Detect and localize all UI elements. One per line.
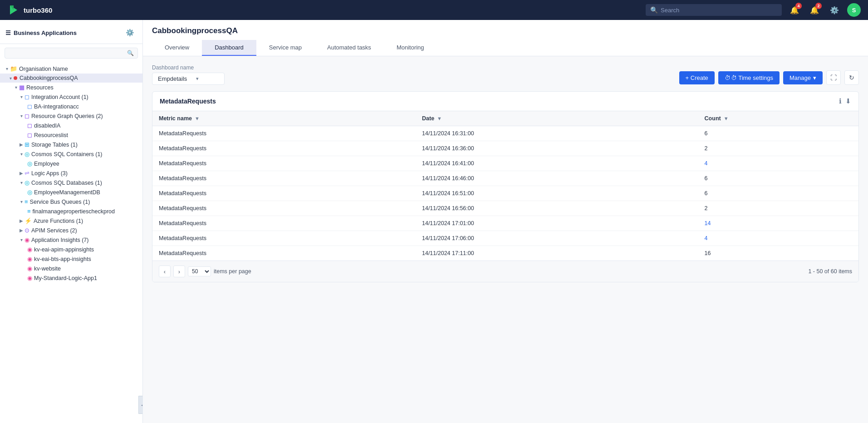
sidebar-item-storage-tables[interactable]: ▶ ⊞ Storage Tables (1) (0, 140, 142, 149)
sidebar-search[interactable]: 🔍 (5, 48, 138, 59)
tab-automated-tasks[interactable]: Automated tasks (314, 40, 384, 56)
sidebar-item-finalmanage[interactable]: ≡ finalmanagepropertiescheckprod (0, 207, 142, 216)
sidebar-title: ☰ Business Applications (5, 30, 77, 36)
count-link[interactable]: 14 (705, 220, 711, 226)
cell-metric-name: MetadataRequests (152, 246, 416, 261)
sidebar-item-kv-website[interactable]: ◉ kv-website (0, 264, 142, 273)
dashboard-select[interactable]: Empdetails ▾ (152, 73, 225, 85)
cell-count: 6 (698, 186, 858, 201)
refresh-button[interactable]: ↻ (844, 70, 859, 85)
sidebar-item-azure-functions[interactable]: ▶ ⚡ Azure Functions (1) (0, 216, 142, 226)
table-row: MetadataRequests14/11/2024 17:11:0016 (152, 246, 858, 261)
dashboard-toolbar: Dashboard name Empdetails ▾ + Create ⏱ ⏱… (152, 64, 859, 85)
dashboard-name-group: Dashboard name Empdetails ▾ (152, 64, 225, 85)
sidebar-item-resourceslist[interactable]: ◻ Resourceslist (0, 130, 142, 140)
cell-metric-name: MetadataRequests (152, 141, 416, 156)
sidebar-item-service-bus-queues[interactable]: ▾ ≡ Service Bus Queues (1) (0, 197, 142, 207)
dashboard-content: Dashboard name Empdetails ▾ + Create ⏱ ⏱… (143, 56, 868, 423)
tab-overview[interactable]: Overview (152, 40, 202, 56)
cell-metric-name: MetadataRequests (152, 156, 416, 171)
cell-count: 2 (698, 141, 858, 156)
fullscreen-button[interactable]: ⛶ (826, 70, 841, 85)
app-caret-icon: ▾ (7, 76, 14, 81)
cell-count[interactable]: 4 (698, 156, 858, 171)
table-scroll-wrapper[interactable]: Metric name ▼ Date ▼ (152, 111, 858, 261)
table-row: MetadataRequests14/11/2024 16:51:006 (152, 186, 858, 201)
table-header: Metric name ▼ Date ▼ (152, 111, 858, 126)
sidebar-item-cosmos-sql-databases[interactable]: ▾ ◎ Cosmos SQL Databases (1) (0, 178, 142, 187)
sidebar-item-kv-eai-apim[interactable]: ◉ kv-eai-apim-appinsights (0, 245, 142, 254)
table-info-button[interactable]: ℹ (839, 97, 842, 105)
cell-date: 14/11/2024 16:36:00 (416, 141, 698, 156)
sidebar-item-application-insights[interactable]: ▾ ◉ Application Insights (7) (0, 235, 142, 245)
cell-count[interactable]: 14 (698, 216, 858, 231)
main-content-area: CabbookingprocessQA Overview Dashboard S… (143, 20, 868, 423)
sidebar-item-kv-eai-bts[interactable]: ◉ kv-eai-bts-app-insights (0, 254, 142, 264)
manage-button[interactable]: Manage ▾ (783, 71, 823, 84)
notifications-button[interactable]: 🔔 4 (787, 3, 802, 17)
next-page-button[interactable]: › (173, 266, 185, 277)
sidebar-item-disabled-ia[interactable]: ◻ disabledIA (0, 121, 142, 130)
cell-metric-name: MetadataRequests (152, 216, 416, 231)
storage-icon: ⊞ (25, 141, 29, 148)
count-link[interactable]: 4 (705, 160, 708, 167)
metric-filter-icon[interactable]: ▼ (195, 116, 200, 121)
org-folder-icon: 📁 (10, 65, 17, 72)
count-link[interactable]: 4 (705, 235, 708, 241)
sidebar-item-employee-management-db[interactable]: ◎ EmployeeManagementDB (0, 187, 142, 197)
kv-eai-bts-icon: ◉ (27, 256, 32, 262)
cosmos-db-icon: ◎ (25, 179, 29, 186)
tab-monitoring[interactable]: Monitoring (384, 40, 437, 56)
dashboard-select-chevron: ▾ (196, 76, 199, 82)
sidebar-org-item[interactable]: ▾ 📁 Organisation Name (0, 64, 142, 74)
count-filter-icon[interactable]: ▼ (724, 116, 729, 121)
table-card-header: MetadataRequests ℹ ⬇ (152, 92, 858, 111)
cell-count: 6 (698, 171, 858, 186)
time-settings-button[interactable]: ⏱ ⏱ Time settings (718, 71, 780, 84)
sidebar-item-logic-apps[interactable]: ▶ ⇌ Logic Apps (3) (0, 168, 142, 178)
func-caret-icon: ▶ (18, 218, 25, 223)
apim-caret-icon: ▶ (18, 228, 25, 233)
tab-dashboard[interactable]: Dashboard (202, 40, 256, 56)
pagination-buttons: ‹ › 50 100 200 items per page (159, 266, 251, 277)
prev-page-button[interactable]: ‹ (159, 266, 171, 277)
sidebar-item-apim-services[interactable]: ▶ ⊙ APIM Services (2) (0, 226, 142, 235)
per-page-select[interactable]: 50 100 200 (188, 266, 211, 276)
sidebar-item-resource-graph-queries[interactable]: ▾ ◻ Resource Graph Queries (2) (0, 111, 142, 121)
cell-date: 14/11/2024 16:46:00 (416, 171, 698, 186)
service-bus-icon: ≡ (25, 198, 28, 205)
tab-service-map[interactable]: Service map (256, 40, 314, 56)
date-filter-icon[interactable]: ▼ (437, 116, 442, 121)
sidebar-item-employee[interactable]: ◎ Employee (0, 159, 142, 168)
create-button[interactable]: + Create (679, 71, 715, 84)
sidebar-collapse-button[interactable]: ◀ (138, 396, 143, 414)
page-tabs: Overview Dashboard Service map Automated… (152, 40, 859, 56)
logic-caret-icon: ▶ (18, 171, 25, 176)
user-avatar[interactable]: S (847, 3, 861, 17)
rg-caret-icon: ▾ (18, 113, 25, 118)
sidebar-item-integration-account[interactable]: ▾ ◻ Integration Account (1) (0, 92, 142, 102)
sidebar-item-resources[interactable]: ▾ ▦ Resources (0, 83, 142, 92)
sidebar-item-ba-integrationacc[interactable]: ◻ BA-integrationacc (0, 102, 142, 111)
brand-section: turbo360 (7, 4, 52, 16)
table-card-actions: ℹ ⬇ (839, 97, 851, 105)
table-body: MetadataRequests14/11/2024 16:31:006Meta… (152, 126, 858, 261)
sidebar-search-input[interactable] (9, 50, 127, 56)
sidebar-settings-button[interactable]: ⚙️ (123, 25, 137, 40)
table-download-button[interactable]: ⬇ (845, 97, 851, 105)
search-box[interactable]: 🔍 (646, 4, 782, 16)
alerts-button[interactable]: 🔔 2 (807, 3, 822, 17)
col-date: Date ▼ (416, 111, 698, 126)
per-page-label: items per page (214, 268, 251, 275)
main-layout: ☰ Business Applications ⚙️ 🔍 ▾ 📁 Organis… (0, 20, 868, 423)
emp-db-icon: ◎ (27, 189, 32, 196)
sidebar-item-my-standard-logic-app1[interactable]: ◉ My-Standard-Logic-App1 (0, 273, 142, 283)
cell-count[interactable]: 4 (698, 231, 858, 246)
org-caret-icon: ▾ (4, 66, 10, 71)
search-input[interactable] (661, 7, 777, 14)
sidebar-item-cosmos-sql-containers[interactable]: ▾ ◎ Cosmos SQL Containers (1) (0, 149, 142, 159)
cell-count: 6 (698, 126, 858, 141)
page-header: CabbookingprocessQA Overview Dashboard S… (143, 20, 868, 56)
settings-button[interactable]: ⚙️ (827, 3, 842, 17)
sidebar-app-item[interactable]: ▾ CabbookingprocessQA (0, 74, 142, 83)
